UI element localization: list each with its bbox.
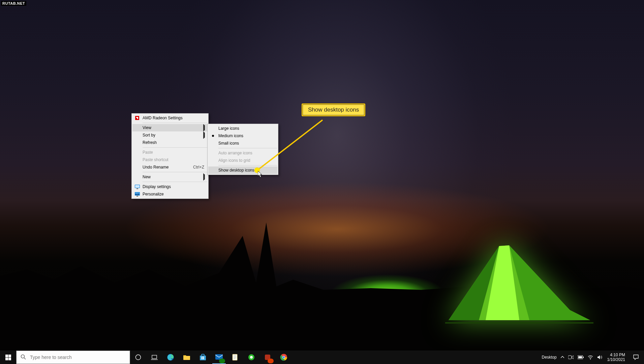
svg-rect-21 [203, 357, 204, 358]
badge [219, 359, 225, 363]
menuitem-display-settings[interactable]: Display settings [132, 183, 208, 190]
menuitem-sort-by[interactable]: Sort by [132, 131, 208, 139]
taskbar-app-getting-started[interactable] [227, 351, 243, 364]
notepad-icon [232, 354, 239, 361]
menuitem-label: Show desktop icons [218, 166, 254, 174]
wallpaper-mountains [0, 202, 644, 364]
tray-date: 1/10/2021 [607, 357, 625, 362]
system-tray: Desktop 4:10 PM 1/10/2021 [540, 351, 644, 364]
menu-separator [143, 172, 207, 172]
menu-separator [143, 182, 207, 182]
chevron-up-icon [561, 356, 564, 359]
tray-show-hidden[interactable] [559, 351, 566, 364]
menuitem-label: View [143, 124, 151, 131]
task-view-icon [151, 355, 158, 360]
tray-meet-now[interactable] [566, 351, 576, 364]
taskbar-app-store[interactable] [195, 351, 211, 364]
chevron-right-icon [203, 131, 205, 139]
taskbar-search[interactable] [16, 351, 130, 364]
menuitem-personalize[interactable]: Personalize [132, 190, 208, 198]
menuitem-auto-arrange-icons[interactable]: Auto arrange icons [208, 149, 277, 157]
watermark-label: RUTAB.NET [1, 1, 26, 6]
svg-rect-4 [136, 188, 138, 189]
menuitem-paste: Paste [132, 149, 208, 156]
menuitem-label: Paste shortcut [143, 156, 168, 163]
menuitem-align-icons-to-grid[interactable]: Align icons to grid [208, 157, 277, 164]
svg-rect-11 [5, 358, 8, 360]
tray-wifi[interactable] [586, 351, 595, 364]
store-icon [199, 354, 207, 361]
start-button[interactable] [0, 351, 16, 364]
battery-icon [578, 355, 584, 359]
display-icon [134, 184, 140, 189]
camera-icon [568, 355, 574, 360]
edge-icon [166, 353, 175, 361]
chevron-right-icon [203, 173, 205, 181]
menuitem-label: AMD Radeon Settings [143, 114, 183, 122]
search-input[interactable] [29, 354, 130, 360]
tray-action-center[interactable] [628, 351, 644, 364]
menu-separator [218, 165, 277, 165]
menu-separator [143, 123, 207, 123]
menuitem-medium-icons[interactable]: Medium icons [208, 132, 277, 140]
menuitem-label: New [143, 173, 151, 181]
cortana-button[interactable] [130, 351, 146, 364]
menuitem-label: Align icons to grid [218, 157, 250, 164]
svg-rect-19 [200, 356, 206, 360]
menuitem-show-desktop-icons[interactable]: Show desktop icons [208, 166, 277, 174]
svg-rect-16 [152, 355, 157, 359]
tray-battery[interactable] [576, 351, 586, 364]
svg-rect-3 [135, 185, 140, 188]
menuitem-view[interactable]: View [132, 124, 208, 131]
taskbar-app-mail[interactable] [211, 351, 227, 364]
chrome-icon [280, 354, 287, 361]
taskbar-app-file-explorer[interactable] [179, 351, 195, 364]
svg-rect-12 [8, 358, 11, 360]
tray-desktop-label[interactable]: Desktop [540, 351, 559, 364]
tray-clock[interactable]: 4:10 PM 1/10/2021 [605, 353, 628, 362]
task-view-button[interactable] [146, 351, 162, 364]
svg-rect-23 [203, 358, 204, 360]
speaker-icon [597, 355, 603, 360]
menuitem-label: Auto arrange icons [218, 149, 252, 157]
svg-rect-10 [8, 355, 11, 357]
taskbar-pinned-apps [162, 351, 292, 364]
menuitem-undo-rename[interactable]: Undo Rename Ctrl+Z [132, 163, 208, 171]
svg-point-30 [250, 356, 253, 359]
svg-rect-22 [202, 358, 203, 360]
menuitem-label: Large icons [218, 125, 239, 132]
svg-rect-35 [568, 356, 572, 359]
svg-rect-7 [136, 196, 138, 196]
menuitem-label: Medium icons [218, 132, 243, 140]
search-icon [17, 354, 29, 361]
menuitem-new[interactable]: New [132, 173, 208, 181]
taskbar-app-chrome[interactable] [276, 351, 292, 364]
svg-point-39 [590, 359, 591, 360]
menuitem-label: Small icons [218, 140, 239, 147]
menuitem-amd-radeon-settings[interactable]: AMD Radeon Settings [132, 114, 208, 122]
desktop-context-menu: AMD Radeon Settings View Sort by Refresh… [131, 113, 209, 199]
view-submenu: Large icons Medium icons Small icons Aut… [207, 124, 278, 175]
taskbar-app-red[interactable] [259, 351, 276, 364]
svg-point-15 [136, 355, 141, 360]
svg-point-13 [21, 355, 25, 358]
tray-volume[interactable] [595, 351, 605, 364]
wifi-icon [588, 355, 593, 360]
menuitem-label: Refresh [143, 139, 157, 146]
personalize-icon [134, 191, 140, 197]
amd-icon [134, 115, 140, 121]
menuitem-label: Paste [143, 149, 153, 156]
menuitem-large-icons[interactable]: Large icons [208, 125, 277, 132]
taskbar-app-green[interactable] [243, 351, 259, 364]
menuitem-label: Personalize [143, 190, 164, 198]
menuitem-refresh[interactable]: Refresh [132, 139, 208, 146]
windows-icon [5, 355, 11, 360]
menuitem-small-icons[interactable]: Small icons [208, 140, 277, 147]
notification-icon [633, 354, 639, 360]
desktop[interactable]: RUTAB.NET AMD Radeon Settings View Sort … [0, 0, 644, 364]
taskbar: Desktop 4:10 PM 1/10/2021 [0, 351, 644, 364]
radio-bullet-icon [210, 133, 216, 139]
menu-separator [218, 148, 277, 148]
taskbar-app-edge[interactable] [162, 351, 179, 364]
svg-rect-20 [202, 357, 203, 358]
